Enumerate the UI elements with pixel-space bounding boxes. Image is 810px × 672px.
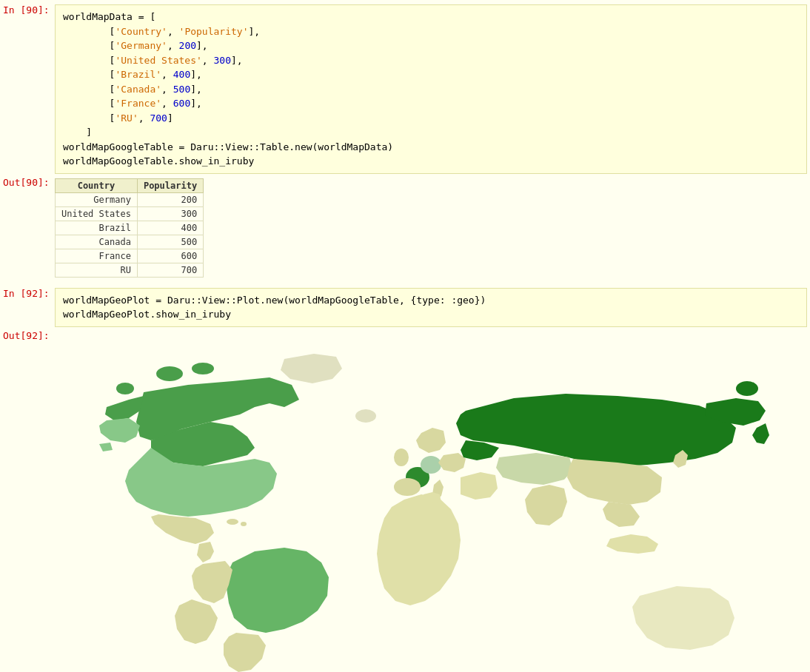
output-content-90: Country Popularity Germany200United Stat… <box>52 175 810 280</box>
col-header-popularity: Popularity <box>137 178 203 192</box>
code-line-11: worldMapGoogleTable.show_in_iruby <box>63 155 254 167</box>
russia-island-1 <box>736 381 758 396</box>
canada-island-2 <box>156 366 183 381</box>
code-92-line-1: worldMapGeoPlot = Daru::View::Plot.new(w… <box>63 295 486 306</box>
canada-island-3 <box>192 363 214 374</box>
popularity-cell: 400 <box>137 221 203 235</box>
canada-island-1 <box>116 383 134 394</box>
popularity-cell: 600 <box>137 249 203 263</box>
hispaniola <box>241 522 247 526</box>
code-line-4: ['United States', 300], <box>63 55 243 66</box>
separator-1 <box>0 280 810 286</box>
country-cell: Germany <box>56 192 138 206</box>
country-cell: United States <box>56 206 138 221</box>
code-line-7: ['France', 600], <box>63 98 202 109</box>
popularity-cell: 300 <box>137 206 203 221</box>
input-label-90: In [90]: <box>0 3 52 16</box>
output-content-92 <box>52 329 810 673</box>
data-table: Country Popularity Germany200United Stat… <box>55 178 204 278</box>
code-line-5: ['Brazil', 400], <box>63 69 202 80</box>
table-row: RU700 <box>56 263 204 277</box>
output-label-90: Out[90]: <box>0 175 52 188</box>
spain-path <box>394 478 421 496</box>
output-label-92: Out[92]: <box>0 329 52 341</box>
table-row: United States300 <box>56 206 204 221</box>
code-block-92: worldMapGeoPlot = Daru::View::Plot.new(w… <box>55 288 807 327</box>
code-line-1: worldMapData = [ <box>63 11 155 22</box>
code-line-3: ['Germany', 200], <box>63 40 208 51</box>
code-line-6: ['Canada', 500], <box>63 84 202 95</box>
code-line-8: ['RU', 700] <box>63 112 173 124</box>
table-row: Brazil400 <box>56 221 204 235</box>
popularity-cell: 500 <box>137 235 203 249</box>
table-row: Germany200 <box>56 192 204 206</box>
code-92-line-2: worldMapGeoPlot.show_in_iruby <box>63 309 231 320</box>
output-cell-92: Out[92]: <box>0 329 810 673</box>
iceland <box>355 409 376 423</box>
input-cell-92: In [92]: worldMapGeoPlot = Daru::View::P… <box>0 286 810 329</box>
code-line-9: ] <box>63 127 92 138</box>
notebook-container: In [90]: worldMapData = [ ['Country', 'P… <box>0 0 810 672</box>
code-line-2: ['Country', 'Popularity'], <box>63 26 260 37</box>
popularity-cell: 200 <box>137 192 203 206</box>
world-map-svg <box>55 333 773 673</box>
table-row: France600 <box>56 249 204 263</box>
country-cell: RU <box>56 263 138 277</box>
code-line-10: worldMapGoogleTable = Daru::View::Table.… <box>63 141 393 152</box>
input-label-92: In [92]: <box>0 286 52 299</box>
input-content-90: worldMapData = [ ['Country', 'Popularity… <box>52 3 810 175</box>
code-block-90: worldMapData = [ ['Country', 'Popularity… <box>55 4 807 174</box>
input-cell-90: In [90]: worldMapData = [ ['Country', 'P… <box>0 3 810 175</box>
country-cell: Brazil <box>56 221 138 235</box>
country-cell: Canada <box>56 235 138 249</box>
germany-path <box>421 456 441 474</box>
output-cell-90: Out[90]: Country Popularity Germany200Un… <box>0 175 810 280</box>
col-header-country: Country <box>56 178 138 192</box>
country-cell: France <box>56 249 138 263</box>
geo-chart <box>55 333 773 673</box>
input-content-92: worldMapGeoPlot = Daru::View::Plot.new(w… <box>52 286 810 329</box>
table-row: Canada500 <box>56 235 204 249</box>
cuba <box>227 519 238 525</box>
uk-path <box>394 448 409 466</box>
popularity-cell: 700 <box>137 263 203 277</box>
